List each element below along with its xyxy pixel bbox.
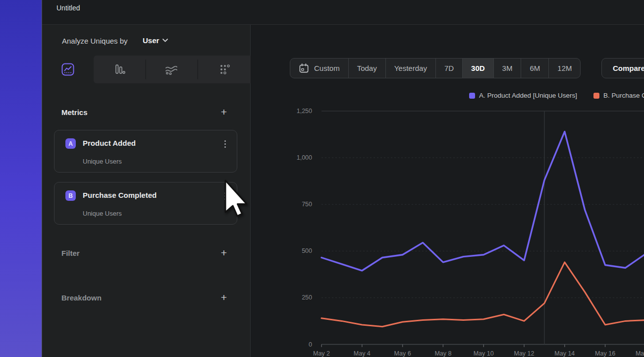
svg-text:May 18: May 18 [636, 350, 644, 357]
metric-badge-a: A [65, 138, 76, 149]
compare-button[interactable]: Compare [601, 58, 644, 78]
top-header-bar: Untitled [42, 0, 644, 25]
svg-text:500: 500 [302, 247, 312, 254]
app-window: Untitled Analyze Uniques by User [42, 0, 644, 357]
svg-text:750: 750 [302, 201, 312, 208]
analyze-by-dropdown[interactable]: User [143, 36, 168, 45]
range-3m[interactable]: 3M [494, 59, 522, 78]
metric-card-product-added[interactable]: A Product Added Unique Users [54, 130, 237, 173]
range-12m[interactable]: 12M [549, 59, 580, 78]
add-filter-button[interactable]: + [219, 248, 229, 258]
svg-text:May 2: May 2 [313, 350, 330, 357]
metric-title: Product Added [83, 139, 136, 147]
svg-text:May 10: May 10 [474, 350, 494, 357]
chart-type-tabs [42, 56, 251, 83]
range-7d[interactable]: 7D [436, 59, 463, 78]
svg-text:May 8: May 8 [434, 350, 451, 357]
analyze-label: Analyze Uniques by [62, 37, 128, 45]
svg-text:250: 250 [302, 294, 312, 301]
range-30d[interactable]: 30D [463, 59, 494, 78]
tab-flow-chart[interactable] [146, 56, 197, 83]
svg-text:May 4: May 4 [354, 350, 371, 357]
svg-text:May 6: May 6 [394, 350, 411, 357]
range-custom[interactable]: Custom [290, 59, 349, 78]
tab-line-chart[interactable] [42, 56, 94, 83]
range-yesterday[interactable]: Yesterday [386, 59, 436, 78]
svg-text:1,000: 1,000 [297, 154, 312, 161]
filter-heading: Filter [61, 249, 80, 257]
report-title: Untitled [56, 4, 80, 12]
range-6m[interactable]: 6M [521, 59, 549, 78]
svg-text:May 16: May 16 [595, 350, 615, 357]
analyze-row: Analyze Uniques by User [42, 25, 251, 56]
line-chart-icon [61, 63, 74, 76]
range-today[interactable]: Today [349, 59, 386, 78]
tab-bar-chart[interactable] [94, 56, 145, 83]
chart-panel: Custom Today Yesterday 7D 30D 3M 6M 12M … [251, 25, 644, 357]
svg-text:1,250: 1,250 [297, 108, 312, 115]
add-breakdown-button[interactable]: + [219, 293, 229, 303]
bar-chart-icon [113, 63, 126, 76]
date-range-tabs: Custom Today Yesterday 7D 30D 3M 6M 12M [290, 58, 581, 78]
svg-text:0: 0 [309, 341, 312, 348]
metric-subtitle: Unique Users [83, 210, 122, 217]
metric-options-button[interactable] [221, 139, 229, 148]
breakdown-heading: Breakdown [61, 294, 102, 302]
metric-subtitle: Unique Users [83, 158, 122, 165]
line-chart-svg: 02505007501,0001,250May 2May 4May 6May 8… [251, 86, 644, 357]
metric-title: Purchase Completed [83, 191, 157, 199]
metric-options-button[interactable] [221, 191, 229, 200]
svg-text:May 12: May 12 [514, 350, 535, 357]
calendar-icon [299, 63, 309, 73]
chevron-down-icon [162, 39, 168, 42]
flow-icon [164, 63, 178, 76]
metric-badge-b: B [65, 190, 76, 201]
query-sidebar: Analyze Uniques by User [42, 25, 251, 357]
add-metric-button[interactable]: + [219, 108, 229, 118]
svg-text:May 14: May 14 [554, 350, 575, 357]
grid-dots-icon [218, 63, 231, 76]
analyze-by-value: User [143, 36, 159, 45]
tab-metric-grid[interactable] [198, 56, 251, 83]
metrics-heading: Metrics [61, 108, 88, 117]
metric-card-purchase-completed[interactable]: B Purchase Completed Unique Users [54, 182, 237, 225]
desktop-background [0, 0, 42, 357]
